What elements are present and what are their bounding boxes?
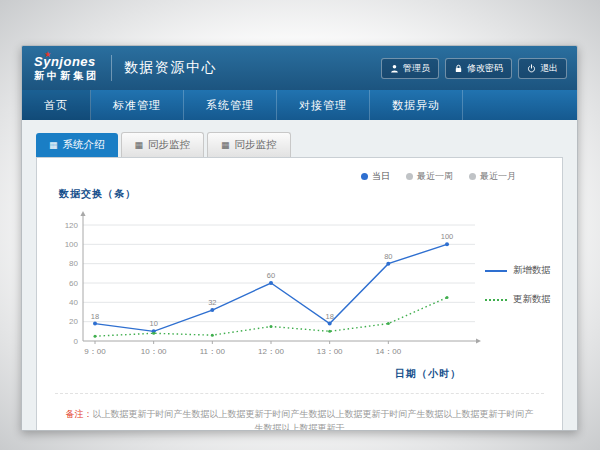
- nav-item-data-change[interactable]: 数据异动: [370, 90, 463, 120]
- svg-text:11：00: 11：00: [200, 347, 226, 356]
- admin-button[interactable]: 管理员: [381, 58, 439, 79]
- logout-label: 退出: [540, 62, 558, 75]
- grid-icon: ▦: [221, 140, 230, 150]
- svg-text:60: 60: [267, 271, 275, 280]
- content-area: ▦ 系统介绍 ▦ 同步监控 ▦ 同步监控 当日: [22, 120, 577, 431]
- admin-button-label: 管理员: [403, 62, 430, 75]
- footnote-label: 备注：: [66, 409, 93, 419]
- filter-today[interactable]: 当日: [361, 170, 390, 183]
- svg-text:12：00: 12：00: [258, 347, 284, 356]
- solid-line-icon: [485, 270, 507, 272]
- chart-panel: 当日 最近一周 最近一月 数据交换（条） 0204060801001209：00…: [36, 157, 563, 431]
- app-window: Synjones ★ 新中新集团 数据资源中心 管理员 修改密码: [21, 45, 578, 431]
- legend-new-data[interactable]: 新增数据: [485, 264, 551, 277]
- y-axis-title: 数据交换（条）: [59, 187, 550, 201]
- filter-label: 最近一月: [480, 170, 516, 183]
- filter-last-week[interactable]: 最近一周: [406, 170, 453, 183]
- svg-text:0: 0: [74, 337, 79, 346]
- line-chart: 0204060801001209：0010：0011：0012：0013：001…: [49, 203, 481, 371]
- tab-sync-monitor-2[interactable]: ▦ 同步监控: [207, 132, 291, 157]
- user-icon: [390, 64, 399, 73]
- logo-subtitle: 新中新集团: [34, 70, 99, 81]
- tab-sync-monitor-1[interactable]: ▦ 同步监控: [121, 132, 205, 157]
- radio-dot-icon: [361, 173, 368, 180]
- grid-icon: ▦: [49, 140, 58, 150]
- filter-last-month[interactable]: 最近一月: [469, 170, 516, 183]
- footnote: 备注：以上数据更新于时间产生数据以上数据更新于时间产生数据以上数据更新于时间产生…: [55, 393, 544, 431]
- nav-item-system-mgmt[interactable]: 系统管理: [184, 90, 277, 120]
- tab-label: 同步监控: [235, 138, 277, 152]
- tab-label: 同步监控: [148, 138, 190, 152]
- change-password-label: 修改密码: [467, 62, 503, 75]
- tab-strip: ▦ 系统介绍 ▦ 同步监控 ▦ 同步监控: [36, 132, 563, 157]
- legend-label: 新增数据: [513, 264, 551, 277]
- nav-item-connect-mgmt[interactable]: 对接管理: [277, 90, 370, 120]
- legend-label: 更新数据: [513, 293, 551, 306]
- svg-text:80: 80: [69, 259, 78, 268]
- top-header: Synjones ★ 新中新集团 数据资源中心 管理员 修改密码: [22, 46, 577, 90]
- tab-system-intro[interactable]: ▦ 系统介绍: [36, 133, 118, 157]
- nav-item-standard-mgmt[interactable]: 标准管理: [91, 90, 184, 120]
- svg-text:100: 100: [65, 240, 79, 249]
- radio-dot-icon: [469, 173, 476, 180]
- svg-text:40: 40: [69, 298, 78, 307]
- chart-container: 0204060801001209：0010：0011：0012：0013：001…: [49, 203, 481, 381]
- svg-text:9：00: 9：00: [84, 347, 106, 356]
- power-icon: [527, 64, 536, 73]
- svg-text:10：00: 10：00: [141, 347, 167, 356]
- lock-icon: [454, 64, 463, 73]
- header-divider: [111, 55, 112, 81]
- svg-text:18: 18: [91, 312, 99, 321]
- grid-icon: ▦: [135, 140, 144, 150]
- change-password-button[interactable]: 修改密码: [445, 58, 512, 79]
- series-legend: 新增数据 更新数据: [485, 264, 551, 306]
- footnote-text: 以上数据更新于时间产生数据以上数据更新于时间产生数据以上数据更新于时间产生数据以…: [93, 409, 534, 431]
- brand-logo: Synjones ★ 新中新集团: [32, 55, 99, 80]
- svg-text:14：00: 14：00: [375, 347, 401, 356]
- svg-text:60: 60: [69, 279, 78, 288]
- svg-text:32: 32: [208, 298, 216, 307]
- svg-text:10: 10: [149, 319, 157, 328]
- time-range-filters: 当日 最近一周 最近一月: [49, 166, 550, 183]
- desktop-background: Synjones ★ 新中新集团 数据资源中心 管理员 修改密码: [0, 0, 600, 450]
- radio-dot-icon: [406, 173, 413, 180]
- svg-text:18: 18: [325, 312, 333, 321]
- svg-text:120: 120: [65, 221, 79, 230]
- svg-text:13：00: 13：00: [317, 347, 343, 356]
- main-nav: 首页 标准管理 系统管理 对接管理 数据异动: [22, 90, 577, 120]
- legend-update-data[interactable]: 更新数据: [485, 293, 551, 306]
- chart-row: 0204060801001209：0010：0011：0012：0013：001…: [49, 203, 550, 381]
- filter-label: 最近一周: [417, 170, 453, 183]
- logo-star-icon: ★: [44, 51, 51, 60]
- filter-label: 当日: [372, 170, 390, 183]
- svg-text:80: 80: [384, 252, 392, 261]
- logout-button[interactable]: 退出: [518, 58, 567, 79]
- dotted-line-icon: [485, 299, 507, 301]
- svg-text:100: 100: [441, 232, 454, 241]
- app-title: 数据资源中心: [124, 59, 217, 77]
- tab-label: 系统介绍: [63, 138, 105, 152]
- nav-item-home[interactable]: 首页: [22, 90, 91, 120]
- svg-text:20: 20: [69, 317, 78, 326]
